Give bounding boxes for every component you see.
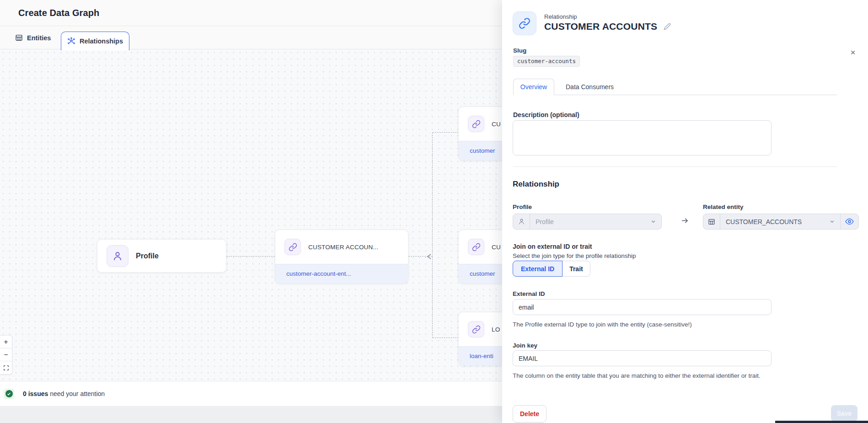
- tab-overview[interactable]: Overview: [513, 79, 554, 95]
- edge-vertical-branch: [432, 133, 433, 338]
- profile-select-value: Profile: [530, 218, 650, 225]
- tab-relationships[interactable]: Relationships: [61, 32, 129, 50]
- slug-label: Slug: [513, 47, 526, 54]
- page-title: Create Data Graph: [18, 8, 99, 18]
- join-type-segmented-control: External ID Trait: [513, 261, 590, 277]
- zoom-in-button[interactable]: +: [0, 336, 12, 348]
- panel-type-label: Relationship: [544, 13, 577, 20]
- canvas-zoom-toolbar: + −: [0, 335, 12, 375]
- close-icon[interactable]: ×: [847, 47, 859, 59]
- zoom-out-button[interactable]: −: [0, 348, 12, 361]
- relationship-link-icon: [513, 11, 536, 35]
- node-loan-label: LO: [492, 326, 500, 333]
- fit-view-button[interactable]: [0, 361, 12, 374]
- tab-entities-label: Entities: [27, 34, 51, 42]
- create-data-graph-app: Create Data Graph Entities: [0, 0, 868, 423]
- edge-branch-top: [433, 132, 459, 133]
- edit-pencil-icon[interactable]: [664, 23, 671, 30]
- bottom-dark-strip: [775, 421, 868, 423]
- panel-title: CUSTOMER ACCOUNTS: [544, 21, 657, 32]
- node-profile-label: Profile: [136, 252, 159, 260]
- link-icon: [468, 116, 484, 132]
- profile-field-label: Profile: [513, 203, 532, 210]
- external-id-help: The Profile external ID type to join wit…: [513, 321, 692, 328]
- profile-person-icon: [107, 245, 129, 267]
- network-icon: [67, 37, 75, 45]
- section-divider: [513, 166, 837, 167]
- link-icon: [468, 321, 484, 337]
- join-type-label: Join on external ID or trait: [513, 243, 592, 250]
- relationship-section-heading: Relationship: [513, 180, 559, 189]
- table-icon: [703, 214, 720, 229]
- node-right-top-label: CU: [492, 121, 501, 128]
- node-profile[interactable]: Profile: [97, 239, 226, 273]
- related-entity-select[interactable]: CUSTOMER_ACCOUNTS: [703, 214, 859, 230]
- panel-tab-bar: Overview Data Consumers: [513, 79, 837, 95]
- link-icon: [284, 239, 301, 255]
- chevron-down-icon: [650, 219, 661, 225]
- table-icon: [15, 34, 23, 42]
- preview-entity-eye-icon[interactable]: [840, 214, 858, 229]
- relationship-detail-panel: Relationship CUSTOMER ACCOUNTS × Slug cu…: [502, 0, 868, 423]
- arrow-right-icon: [680, 216, 689, 225]
- minus-icon: −: [4, 351, 8, 359]
- join-key-label: Join key: [513, 342, 537, 349]
- node-customer-accounts[interactable]: CUSTOMER ACCOUN... customer-account-ent.…: [275, 230, 408, 284]
- chevron-down-icon: [829, 219, 840, 225]
- issues-status-text: 0 issuesneed your attention: [23, 390, 105, 397]
- link-icon: [468, 239, 484, 255]
- edge-branch-bottom: [433, 337, 459, 338]
- node-customer-accounts-slug[interactable]: customer-account-ent...: [275, 264, 408, 283]
- delete-button[interactable]: Delete: [513, 405, 547, 423]
- node-right-middle-label: CU: [492, 244, 501, 251]
- join-option-trait[interactable]: Trait: [563, 261, 590, 277]
- tab-data-consumers[interactable]: Data Consumers: [559, 79, 620, 95]
- edge-arrowhead-icon: [427, 253, 432, 260]
- join-option-external-id[interactable]: External ID: [513, 261, 563, 277]
- external-id-input[interactable]: [513, 299, 772, 315]
- join-type-hint: Select the join type for the profile rel…: [513, 252, 636, 260]
- description-input[interactable]: [513, 120, 772, 155]
- plus-icon: +: [4, 338, 8, 346]
- slug-value-chip: customer-accounts: [513, 56, 580, 67]
- edge-profile-to-customer-accounts: [226, 256, 275, 257]
- related-entity-value: CUSTOMER_ACCOUNTS: [720, 218, 829, 225]
- person-icon: [513, 214, 530, 229]
- related-entity-label: Related entity: [703, 203, 744, 210]
- profile-select[interactable]: Profile: [513, 214, 662, 230]
- join-key-help: The column on the entity table that you …: [513, 372, 787, 380]
- tab-relationships-label: Relationships: [80, 37, 123, 45]
- description-label: Description (optional): [513, 111, 579, 118]
- join-key-input[interactable]: [513, 350, 772, 366]
- tab-entities[interactable]: Entities: [15, 26, 51, 49]
- save-button[interactable]: Save: [831, 405, 857, 422]
- issues-check-icon: [4, 389, 14, 399]
- external-id-label: External ID: [513, 290, 545, 297]
- fullscreen-icon: [3, 365, 9, 371]
- node-customer-accounts-label: CUSTOMER ACCOUN...: [308, 244, 378, 251]
